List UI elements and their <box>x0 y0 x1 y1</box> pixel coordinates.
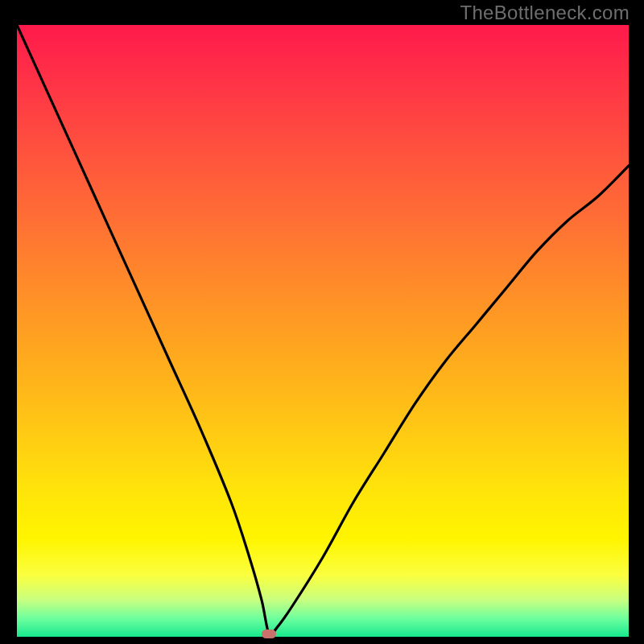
optimal-point-marker <box>262 630 276 638</box>
curve-svg <box>17 25 629 637</box>
plot-area <box>17 25 629 637</box>
bottleneck-curve <box>17 25 629 635</box>
chart-frame: TheBottleneck.com <box>0 0 644 644</box>
watermark-text: TheBottleneck.com <box>460 2 630 24</box>
